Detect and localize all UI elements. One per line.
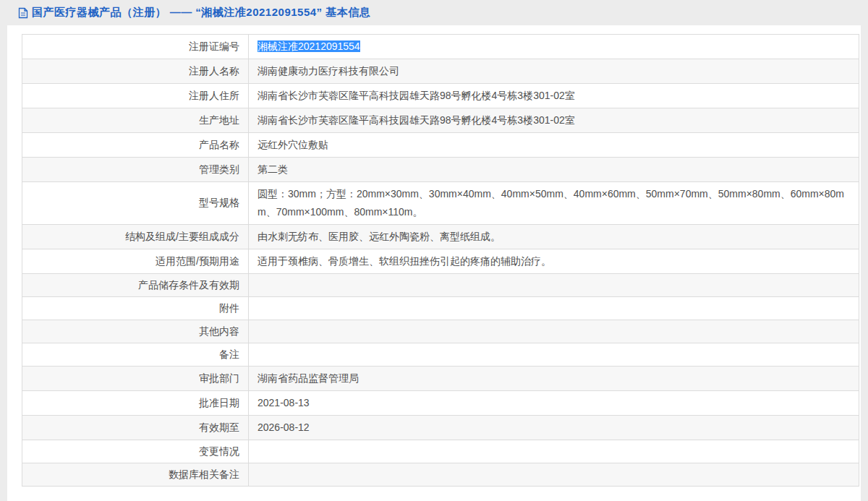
field-value	[249, 343, 859, 367]
selected-registration-number[interactable]: 湘械注准20212091554	[258, 40, 360, 52]
field-value: 适用于颈椎病、骨质增生、软组织扭挫伤引起的疼痛的辅助治疗。	[249, 249, 859, 274]
field-label: 产品名称	[22, 133, 249, 158]
table-row-database-remarks: 数据库相关备注	[22, 463, 859, 487]
field-label: 变更情况	[22, 440, 249, 463]
field-label: 注册证编号	[22, 35, 249, 59]
field-label: 附件	[22, 297, 249, 320]
field-label: 注册人名称	[22, 59, 249, 84]
field-label: 产品储存条件及有效期	[22, 274, 249, 297]
table-row-approval-date: 批准日期 2021-08-13	[22, 391, 859, 416]
field-value	[249, 320, 859, 343]
field-label: 备注	[22, 343, 249, 367]
field-value: 圆型：30mm；方型：20mm×30mm、30mm×40mm、40mm×50mm…	[249, 182, 859, 225]
field-value: 由水刺无纺布、医用胶、远红外陶瓷粉、离型纸组成。	[249, 225, 859, 249]
content-panel: 注册证编号 湘械注准20212091554 注册人名称 湖南健康动力医疗科技有限…	[7, 25, 861, 501]
field-label: 数据库相关备注	[22, 463, 249, 487]
table-row-approval-department: 审批部门 湖南省药品监督管理局	[22, 367, 859, 391]
field-label: 批准日期	[22, 391, 249, 416]
field-value: 湖南省长沙市芙蓉区隆平高科技园雄天路98号孵化楼4号栋3楼301-02室	[249, 84, 859, 108]
field-value: 湖南省药品监督管理局	[249, 367, 859, 391]
info-table: 注册证编号 湘械注准20212091554 注册人名称 湖南健康动力医疗科技有限…	[22, 34, 859, 487]
table-row-storage-conditions: 产品储存条件及有效期	[22, 274, 859, 297]
field-value	[249, 440, 859, 463]
field-label: 适用范围/预期用途	[22, 249, 249, 274]
page-header: 国产医疗器械产品（注册） —— “湘械注准20212091554” 基本信息	[0, 0, 868, 25]
field-label: 型号规格	[22, 182, 249, 225]
table-row-model-spec: 型号规格 圆型：30mm；方型：20mm×30mm、30mm×40mm、40mm…	[22, 182, 859, 225]
table-row-remarks: 备注	[22, 343, 859, 367]
page-title: 国产医疗器械产品（注册） —— “湘械注准20212091554” 基本信息	[32, 6, 370, 20]
field-value	[249, 463, 859, 487]
field-label: 管理类别	[22, 158, 249, 182]
field-label: 审批部门	[22, 367, 249, 391]
table-row-production-address: 生产地址 湖南省长沙市芙蓉区隆平高科技园雄天路98号孵化楼4号栋3楼301-02…	[22, 108, 859, 133]
field-value: 第二类	[249, 158, 859, 182]
table-row-registrant-address: 注册人住所 湖南省长沙市芙蓉区隆平高科技园雄天路98号孵化楼4号栋3楼301-0…	[22, 84, 859, 108]
field-value: 2026-08-12	[249, 416, 859, 440]
field-value: 2021-08-13	[249, 391, 859, 416]
field-value	[249, 274, 859, 297]
field-value	[249, 297, 859, 320]
field-label: 其他内容	[22, 320, 249, 343]
field-value: 远红外穴位敷贴	[249, 133, 859, 158]
field-value: 湘械注准20212091554	[249, 35, 859, 59]
field-label: 有效期至	[22, 416, 249, 440]
field-label: 注册人住所	[22, 84, 249, 108]
field-label: 结构及组成/主要组成成分	[22, 225, 249, 249]
table-row-composition: 结构及组成/主要组成成分 由水刺无纺布、医用胶、远红外陶瓷粉、离型纸组成。	[22, 225, 859, 249]
table-row-registrant-name: 注册人名称 湖南健康动力医疗科技有限公司	[22, 59, 859, 84]
table-row-registration-number: 注册证编号 湘械注准20212091554	[22, 35, 859, 59]
field-value: 湖南健康动力医疗科技有限公司	[249, 59, 859, 84]
table-row-attachments: 附件	[22, 297, 859, 320]
table-row-valid-until: 有效期至 2026-08-12	[22, 416, 859, 440]
field-label: 生产地址	[22, 108, 249, 133]
table-row-management-category: 管理类别 第二类	[22, 158, 859, 182]
document-icon	[18, 7, 28, 19]
table-row-product-name: 产品名称 远红外穴位敷贴	[22, 133, 859, 158]
table-row-intended-use: 适用范围/预期用途 适用于颈椎病、骨质增生、软组织扭挫伤引起的疼痛的辅助治疗。	[22, 249, 859, 274]
table-row-change-status: 变更情况	[22, 440, 859, 463]
field-value: 湖南省长沙市芙蓉区隆平高科技园雄天路98号孵化楼4号栋3楼301-02室	[249, 108, 859, 133]
table-row-other-content: 其他内容	[22, 320, 859, 343]
